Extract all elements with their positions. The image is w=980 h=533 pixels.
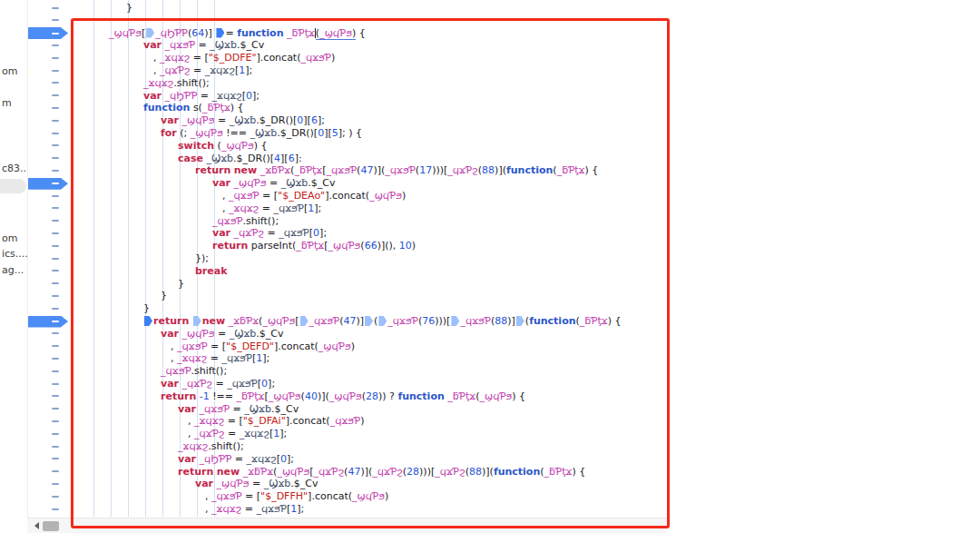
code-line[interactable]: return new _ϫƃƤϫ(_ƃƤƫϫ[_ϥϫϧƤ(47)](_ϥϫϧƤ(… xyxy=(195,164,598,177)
code-line[interactable]: , _ϫϥϫϩ = ["$_DDFE"].concat(_ϥϫϧƤ) xyxy=(153,52,335,64)
code-line[interactable]: function s(_ƃƤƫϫ) { xyxy=(143,102,244,114)
code-line[interactable]: var _ϥϫϧƤ = _Ϣϫƀ.$_Cv xyxy=(178,403,299,416)
gutter-dash[interactable] xyxy=(52,195,59,197)
code-line[interactable]: , _ϫϥϫϩ = _ϥϫϧƤ[1]; xyxy=(205,503,304,516)
code-line[interactable]: , _ϥϫƤϩ = _ϫϥϫϩ[1]; xyxy=(188,428,287,440)
gutter-dash[interactable] xyxy=(52,270,59,271)
scrollbar-left-arrow-icon[interactable] xyxy=(34,522,39,529)
sidebar-file-item[interactable]: ics.... xyxy=(2,248,28,260)
code-line[interactable]: switch (_ϣϥƤϧ) { xyxy=(178,140,268,153)
gutter-dash[interactable] xyxy=(52,19,59,21)
gutter-dash[interactable] xyxy=(52,332,59,334)
gutter-dash[interactable] xyxy=(52,458,59,459)
code-line[interactable]: for (; _ϣϥƤϧ !== _Ϣϫƀ.$_DR()[0][5]; ) { xyxy=(161,127,362,140)
gutter-dash[interactable] xyxy=(52,133,59,134)
code-line[interactable]: case _Ϣϫƀ.$_DR()[4][6]: xyxy=(178,153,302,165)
breakpoint-arrow[interactable] xyxy=(27,27,68,39)
code-line[interactable]: }); xyxy=(195,252,209,265)
sidebar-file-item[interactable]: ag... xyxy=(2,264,24,276)
code-line[interactable]: var _ϥϫϧƤ = _Ϣϫƀ.$_Cv xyxy=(143,39,264,52)
code-line[interactable]: var _ϣϥƤϧ = _Ϣϫƀ.$_Cv xyxy=(212,177,335,190)
code-line[interactable]: , _ϫϥϫϩ = _ϥϫϧƤ[1]; xyxy=(171,352,270,365)
code-line[interactable]: return -1 !== _ƃƤƫϫ[_ϣϥƤϧ(40)](_ϣϥƤϧ(28)… xyxy=(161,390,525,403)
gutter-dash[interactable] xyxy=(52,220,59,222)
gutter-dash[interactable] xyxy=(52,508,59,510)
gutter-dash[interactable] xyxy=(52,258,59,260)
code-line[interactable]: var _ϥϫƤϩ = _ϥϫϧƤ[0]; xyxy=(161,378,275,390)
gutter-dash[interactable] xyxy=(52,370,59,372)
code-line[interactable]: _ϥϫϧƤ.shift(); xyxy=(161,365,227,378)
gutter-dash[interactable] xyxy=(52,82,59,84)
code-line[interactable]: } xyxy=(161,290,167,302)
code-line[interactable]: , _ϫϥϫϩ = ["$_DFAi"].concat(_ϥϫϧƤ) xyxy=(188,415,365,428)
gutter-dash[interactable] xyxy=(52,308,59,310)
gutter-dash[interactable] xyxy=(52,120,59,122)
gutter-dash[interactable] xyxy=(52,44,59,46)
inline-breakpoint-marker[interactable] xyxy=(146,28,154,38)
sidebar-file-item[interactable]: m xyxy=(2,97,12,109)
gutter-dash[interactable] xyxy=(52,70,59,72)
gutter-dash[interactable] xyxy=(52,207,59,209)
gutter-dash[interactable] xyxy=(52,433,59,435)
code-line[interactable]: } xyxy=(143,302,150,315)
code-line[interactable]: var _ϣϥƤϧ = _Ϣϫƀ.$_DR()[0][6]; xyxy=(161,114,325,127)
gutter-dash[interactable] xyxy=(52,232,59,234)
code-line[interactable]: _ϥϫϧƤ.shift(); xyxy=(212,215,279,228)
sidebar-file-item[interactable]: c83... xyxy=(2,163,28,174)
code-line[interactable]: return parseInt(_ƃƤƫϫ[_ϣϥƤϧ(66)](), 10) xyxy=(212,240,416,252)
inline-breakpoint-marker[interactable] xyxy=(516,316,524,326)
code-line[interactable]: , _ϫϥϫϩ = _ϥϫϧƤ[1]; xyxy=(222,202,321,215)
breakpoint-arrow[interactable] xyxy=(27,316,68,328)
sidebar-file-item[interactable]: om xyxy=(2,65,17,77)
inline-breakpoint-marker[interactable] xyxy=(451,316,459,326)
code-line[interactable]: var _ϥϦƤƤ = _ϫϥϫϩ[0]; xyxy=(178,453,294,466)
gutter-dash[interactable] xyxy=(52,282,59,284)
gutter-dash[interactable] xyxy=(52,107,59,109)
inline-breakpoint-marker[interactable] xyxy=(365,316,373,326)
code-line[interactable]: } xyxy=(126,2,132,15)
gutter-dash[interactable] xyxy=(52,420,59,422)
code-line[interactable]: var _ϥϫƤϩ = _ϥϫϧƤ[0]; xyxy=(212,227,327,240)
gutter-dash[interactable] xyxy=(52,345,59,347)
code-line[interactable]: _ϫϥϫϩ.shift(); xyxy=(143,77,210,90)
code-editor[interactable]: }_ϣϥƤϧ[_ϥϦƤƤ(64)] = function _ƃƤƫϫ(_ϣϥƤϧ… xyxy=(0,0,980,533)
gutter-dash[interactable] xyxy=(52,170,59,172)
gutter-dash[interactable] xyxy=(52,358,59,360)
gutter-dash[interactable] xyxy=(52,7,59,9)
gutter-dash[interactable] xyxy=(52,295,59,297)
inline-breakpoint-marker[interactable] xyxy=(378,316,387,326)
file-navigator-sidebar[interactable]: ommc83...omics....ag... xyxy=(0,0,28,533)
gutter-dash[interactable] xyxy=(52,470,59,472)
scrollbar-thumb[interactable] xyxy=(43,521,59,531)
code-line[interactable]: , _ϥϫϧƤ = ["$_DFFH"].concat(_ϣϥƤϧ) xyxy=(205,490,388,503)
gutter-dash[interactable] xyxy=(52,144,59,146)
code-line[interactable]: , _ϥϫϧƤ = ["$_DEAo"].concat(_ϣϥƤϧ) xyxy=(222,190,406,202)
gutter-dash[interactable] xyxy=(52,245,59,247)
inline-breakpoint-marker[interactable] xyxy=(193,316,201,326)
code-line[interactable]: , _ϥϫϧƤ = ["$_DEFD"].concat(_ϣϥƤϧ) xyxy=(171,341,355,353)
selected-file-pill[interactable] xyxy=(0,179,26,193)
gutter-dash[interactable] xyxy=(52,408,59,410)
code-line[interactable]: } xyxy=(178,278,184,291)
breakpoint-arrow[interactable] xyxy=(27,178,68,190)
gutter-dash[interactable] xyxy=(52,395,59,397)
inline-breakpoint-marker[interactable] xyxy=(300,316,309,326)
gutter-dash[interactable] xyxy=(52,496,59,498)
sidebar-file-item[interactable]: om xyxy=(2,232,17,244)
code-line[interactable]: var _ϣϥƤϧ = _Ϣϫƀ.$_Cv xyxy=(195,478,318,490)
gutter-dash[interactable] xyxy=(52,94,59,96)
code-line[interactable]: break xyxy=(195,265,228,278)
gutter-dash[interactable] xyxy=(52,446,59,448)
inline-breakpoint-marker[interactable] xyxy=(144,316,152,326)
code-line[interactable]: , _ϥϫƤϩ = _ϫϥϫϩ[1]; xyxy=(153,64,252,77)
gutter-dash[interactable] xyxy=(52,157,59,159)
gutter-dash[interactable] xyxy=(52,383,59,385)
gutter-dash[interactable] xyxy=(52,57,59,59)
gutter-dash[interactable] xyxy=(52,483,59,485)
code-line[interactable]: return new _ϫƃƤϫ(_ϣϥƤϧ[_ϥϫƤϩ(47)](_ϥϫƤϩ(… xyxy=(178,466,585,479)
breakpoint-gutter[interactable] xyxy=(27,0,87,533)
code-line[interactable]: return new _ϫƃƤϫ(_ϣϥƤϧ[_ϥϫϧƤ(47)](_ϥϫϧƤ(… xyxy=(143,315,621,328)
code-line[interactable]: _ϣϥƤϧ[_ϥϦƤƤ(64)] = function _ƃƤƫϫ(_ϣϥƤϧ)… xyxy=(109,27,366,40)
horizontal-scrollbar[interactable] xyxy=(27,518,667,533)
code-line[interactable]: var _ϥϦƤƤ = _ϫϥϫϩ[0]; xyxy=(143,90,260,103)
